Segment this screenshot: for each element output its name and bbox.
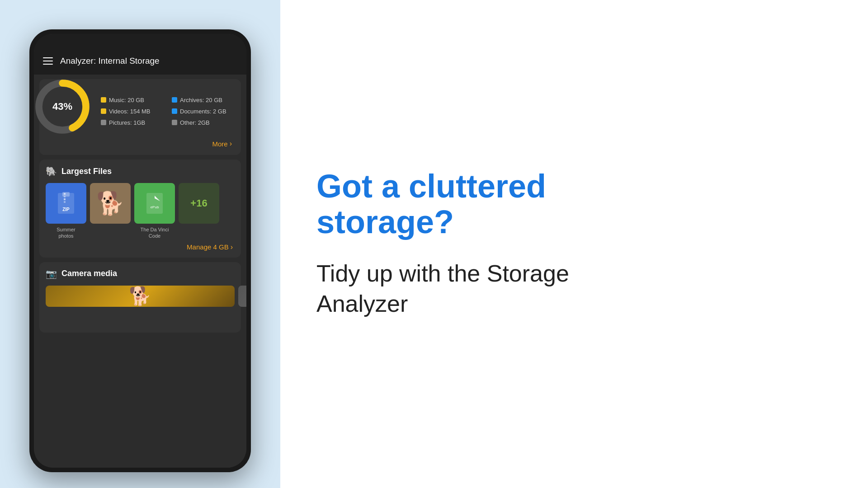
legend-dot-other	[172, 120, 177, 125]
svg-rect-6	[64, 198, 66, 200]
marketing-subtext: Tidy up with the Storage Analyzer	[316, 258, 832, 319]
file-item-more[interactable]: +16	[179, 183, 219, 239]
legend-dot-documents	[172, 108, 177, 114]
camera-thumb-1[interactable]: 🐕	[46, 286, 235, 307]
legend-archives: Archives: 20 GB	[172, 97, 234, 103]
subtext-line1: Tidy up with the Storage	[316, 260, 569, 286]
status-bar	[34, 34, 246, 47]
legend-videos: Videos: 154 MB	[101, 108, 163, 115]
legend-other: Other: 2GB	[172, 119, 234, 126]
legend-label-other: Other: 2GB	[180, 119, 210, 126]
file-item-summer-photos[interactable]: ZIP Summerphotos	[46, 183, 86, 239]
right-section: Got a cluttered storage? Tidy up with th…	[280, 0, 868, 488]
scroll-content: 43% Music: 20 GB Archives: 20 GB	[34, 75, 246, 468]
svg-text:ZIP: ZIP	[62, 207, 70, 212]
legend-documents: Documents: 2 GB	[172, 108, 234, 115]
legend-dot-archives	[172, 97, 177, 103]
file-thumb-more: +16	[179, 183, 219, 224]
legend-label-documents: Documents: 2 GB	[180, 108, 226, 115]
headline-line1: Got a cluttered	[316, 168, 546, 204]
subtext-line2: Analyzer	[316, 291, 408, 317]
legend-dot-pictures	[101, 120, 106, 125]
storage-percentage: 43%	[52, 101, 72, 113]
svg-rect-5	[64, 196, 66, 197]
file-label-davinci: The Da VinciCode	[141, 226, 169, 239]
storage-legend: Music: 20 GB Archives: 20 GB Videos: 154…	[101, 97, 234, 126]
storage-card: 43% Music: 20 GB Archives: 20 GB	[39, 79, 241, 155]
section-header-largest-files: 🐘 Largest Files	[46, 166, 235, 177]
more-count-label: +16	[190, 197, 207, 209]
file-item-davinci[interactable]: ePub The Da VinciCode	[134, 183, 175, 239]
file-grid: ZIP Summerphotos 🐕	[46, 183, 235, 239]
more-chevron-icon: ›	[230, 140, 232, 148]
legend-label-pictures: Pictures: 1GB	[109, 119, 145, 126]
camera-icon: 📷	[46, 268, 57, 279]
legend-label-archives: Archives: 20 GB	[180, 97, 222, 103]
largest-files-icon: 🐘	[46, 166, 57, 177]
headline-line2: storage?	[316, 204, 454, 240]
phone-frame: Analyzer: Internal Storage 43%	[29, 29, 251, 472]
section-header-camera: 📷 Camera media	[46, 268, 235, 279]
legend-music: Music: 20 GB	[101, 97, 163, 103]
app-header: Analyzer: Internal Storage	[34, 47, 246, 75]
manage-chevron-icon: ›	[231, 243, 233, 251]
marketing-headline: Got a cluttered storage?	[316, 169, 832, 240]
camera-media-title: Camera media	[61, 269, 117, 278]
legend-pictures: Pictures: 1GB	[101, 119, 163, 126]
camera-grid: 🐕 🐩 🐾 +134	[46, 286, 235, 326]
largest-files-section: 🐘 Largest Files	[39, 160, 241, 258]
manage-label: Manage 4 GB	[187, 243, 229, 251]
storage-donut-chart: 43%	[34, 77, 92, 136]
hamburger-menu-icon[interactable]	[43, 57, 53, 65]
legend-label-videos: Videos: 154 MB	[109, 108, 151, 115]
zip-icon: ZIP	[57, 192, 75, 215]
file-label-summer-photos: Summerphotos	[57, 226, 75, 239]
legend-dot-videos	[101, 108, 106, 114]
file-item-dog-photo[interactable]: 🐕	[90, 183, 131, 239]
legend-label-music: Music: 20 GB	[109, 97, 144, 103]
left-section: Analyzer: Internal Storage 43%	[0, 0, 280, 488]
largest-files-title: Largest Files	[61, 167, 112, 176]
legend-dot-music	[101, 97, 106, 103]
camera-thumb-2[interactable]: 🐩	[238, 286, 246, 307]
manage-link[interactable]: Manage 4 GB ›	[46, 239, 235, 251]
file-thumb-davinci: ePub	[134, 183, 175, 224]
svg-rect-3	[62, 192, 70, 197]
svg-rect-4	[64, 193, 66, 195]
more-link[interactable]: More ›	[47, 136, 234, 148]
ebook-icon: ePub	[146, 192, 164, 215]
app-title: Analyzer: Internal Storage	[60, 56, 160, 66]
svg-text:ePub: ePub	[151, 205, 159, 209]
file-thumb-dog-photo: 🐕	[90, 183, 131, 224]
file-thumb-summer-photos: ZIP	[46, 183, 86, 224]
camera-media-section: 📷 Camera media 🐕 🐩 🐾 +134	[39, 262, 241, 333]
phone-screen: Analyzer: Internal Storage 43%	[34, 34, 246, 468]
svg-rect-7	[64, 201, 66, 203]
